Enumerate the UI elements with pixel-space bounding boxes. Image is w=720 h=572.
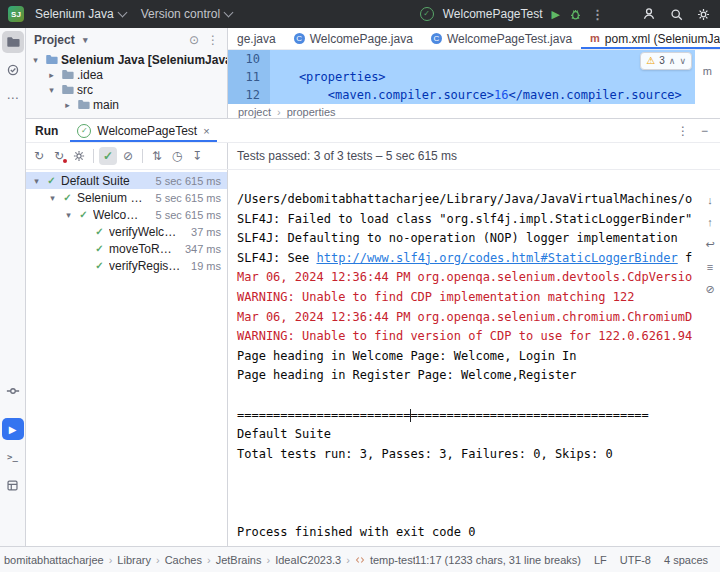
test-passed-icon: ✓	[93, 226, 106, 237]
test-tree-row[interactable]: ▾ ✓ Selenium Java 5 sec 615 ms	[26, 189, 227, 206]
terminal-icon: >_	[7, 452, 18, 462]
encoding-indicator[interactable]: UTF-8	[620, 554, 651, 566]
test-passed-icon: ✓	[93, 260, 106, 271]
rerun-tests-icon[interactable]: ↻	[30, 147, 48, 165]
services-tool-button[interactable]	[2, 474, 24, 496]
warning-icon: ⚠	[646, 52, 655, 70]
prev-issue-icon[interactable]: ∧	[669, 52, 676, 70]
line-number: 11	[228, 68, 270, 86]
editor-tab-bar: ge.java C WelcomePage.java C WelcomePage…	[228, 28, 720, 50]
project-panel-title[interactable]: Project	[34, 33, 75, 47]
search-icon[interactable]	[670, 8, 683, 21]
project-panel-header: Project ▾ ⊙ ⋮	[26, 28, 227, 52]
editor-tab[interactable]: C WelcomePage.java	[285, 28, 422, 49]
chevron-down-icon[interactable]: ▾	[30, 55, 41, 65]
project-tree-root[interactable]: ▾ Selenium Java [SeleniumJava] ~/IdeaPro…	[26, 52, 227, 67]
test-status-summary: Tests passed: 3 of 3 tests – 5 sec 615 m…	[228, 149, 457, 163]
console-line: /Users/debomitabhattacharjee/Library/Jav…	[237, 190, 700, 210]
close-icon[interactable]: ×	[203, 125, 209, 137]
folder-icon	[60, 83, 74, 96]
test-tree-row[interactable]: ✓ verifyRegisterPageHeadin 19 ms	[26, 257, 227, 274]
status-file-path[interactable]: bomitabhattacharjee › Library › Caches ›…	[4, 554, 415, 566]
test-result-tree: ▾ ✓ Default Suite 5 sec 615 ms ▾ ✓ Selen…	[26, 170, 228, 548]
project-selector[interactable]: Selenium Java	[31, 5, 130, 23]
chevron-right-icon[interactable]: ▸	[62, 100, 73, 110]
chevron-down-icon	[224, 8, 234, 18]
line-separator-indicator[interactable]: LF	[594, 554, 607, 566]
commit-tool-button[interactable]	[2, 59, 24, 81]
editor-code-area[interactable]: 10 11 <properties> 12 <maven.compiler.so…	[228, 50, 720, 104]
test-tree-row[interactable]: ✓ verifyWelcomePageHeadi 37 ms	[26, 223, 227, 240]
panel-options-icon[interactable]: ⋮	[207, 33, 219, 47]
chevron-down-icon[interactable]: ▾	[31, 176, 42, 186]
chevron-down-icon[interactable]: ▾	[63, 210, 74, 220]
run-button[interactable]: ▶	[552, 8, 560, 21]
test-passed-icon: ✓	[45, 175, 58, 186]
rerun-failed-tests-icon[interactable]: ↻	[50, 147, 68, 165]
console-line	[237, 464, 700, 484]
sort-alphabetically-icon[interactable]: ⇅	[148, 147, 166, 165]
caret-position[interactable]: 11:17 (1233 chars, 31 line breaks)	[415, 554, 581, 566]
show-ignored-icon[interactable]: ⊘	[119, 147, 137, 165]
vcs-widget[interactable]: Version control	[137, 5, 236, 23]
console-line: SLF4J: Defaulting to no-operation (NOP) …	[237, 229, 700, 249]
project-tree-item[interactable]: ▸ .idea	[26, 67, 227, 82]
clear-console-icon[interactable]: ⊘	[705, 283, 714, 296]
console-line	[237, 484, 700, 504]
inspections-widget[interactable]: ⚠ 3 ∧ ∨	[640, 52, 692, 70]
code-line: 11 <properties>	[228, 68, 720, 86]
test-tree-row[interactable]: ✓ moveToRegisterPage 347 ms	[26, 240, 227, 257]
scroll-to-start-icon[interactable]: ↑	[707, 216, 713, 228]
console-output[interactable]: /Users/debomitabhattacharjee/Library/Jav…	[228, 170, 700, 548]
run-tab[interactable]: ✓ WelcomePageTest ×	[70, 119, 216, 142]
more-tool-windows-icon[interactable]: ⋯	[2, 87, 24, 109]
code-with-me-icon[interactable]	[642, 7, 656, 21]
terminal-tool-button[interactable]: >_	[2, 446, 24, 468]
project-tree-item[interactable]: ▾ src	[26, 82, 227, 97]
console-line: Page heading in Welcome Page: Welcome, L…	[237, 347, 700, 367]
console-lines-icon[interactable]: ≡	[707, 261, 713, 273]
import-test-results-icon[interactable]: ↧	[188, 147, 206, 165]
breadcrumb-separator: ›	[277, 106, 281, 118]
title-bar: SJ Selenium Java Version control ✓ Welco…	[0, 0, 720, 28]
editor-tab[interactable]: C WelcomePageTest.java	[422, 28, 581, 49]
debug-button[interactable]	[569, 8, 582, 21]
editor-area: ge.java C WelcomePage.java C WelcomePage…	[228, 28, 720, 118]
chevron-down-icon[interactable]: ▾	[80, 35, 91, 45]
next-issue-icon[interactable]: ∨	[679, 52, 686, 70]
run-tool-button[interactable]: ▶	[2, 418, 24, 440]
project-tree-item[interactable]: ▸ main	[26, 97, 227, 112]
panel-options-icon[interactable]: ⋮	[677, 124, 689, 138]
project-root-folder-icon	[44, 53, 58, 66]
indent-indicator[interactable]: 4 spaces	[664, 554, 708, 566]
breadcrumb: project › properties	[228, 104, 720, 119]
soft-wrap-icon[interactable]: ↩	[705, 238, 714, 251]
chevron-down-icon	[117, 8, 127, 18]
breadcrumb-item[interactable]: properties	[287, 106, 336, 118]
chevron-down-icon[interactable]: ▾	[46, 85, 57, 95]
run-config-icon: ✓	[420, 7, 434, 21]
project-tool-button[interactable]	[2, 31, 24, 53]
editor-tab-active[interactable]: m pom.xml (SeleniumJava)	[581, 28, 720, 49]
settings-gear-icon[interactable]	[697, 8, 710, 21]
warning-count: 3	[659, 52, 665, 70]
test-tree-row[interactable]: ▾ ✓ Default Suite 5 sec 615 ms	[26, 172, 227, 189]
editor-tab[interactable]: ge.java	[228, 28, 285, 49]
locate-file-icon[interactable]: ⊙	[189, 33, 199, 47]
test-settings-icon[interactable]	[70, 147, 88, 165]
ide-window: SJ Selenium Java Version control ✓ Welco…	[0, 0, 720, 572]
maven-file-icon: m	[590, 33, 600, 44]
sort-by-duration-icon[interactable]: ◷	[168, 147, 186, 165]
scroll-to-end-icon[interactable]: ↓	[707, 194, 713, 206]
more-actions-icon[interactable]: ⋮	[591, 7, 604, 22]
console-link[interactable]: http://www.slf4j.org/codes.html#StaticLo…	[316, 251, 677, 265]
run-panel-title: Run	[35, 124, 58, 138]
show-passed-icon[interactable]: ✓	[99, 147, 117, 165]
run-config-selector[interactable]: WelcomePageTest	[443, 7, 543, 21]
chevron-down-icon[interactable]: ▾	[47, 193, 58, 203]
hide-panel-icon[interactable]: −	[701, 124, 708, 138]
chevron-right-icon[interactable]: ▸	[46, 70, 57, 80]
version-control-tool-button[interactable]	[2, 380, 24, 402]
breadcrumb-item[interactable]: project	[238, 106, 271, 118]
test-tree-row[interactable]: ▾ ✓ WelcomePageTest 5 sec 615 ms	[26, 206, 227, 223]
